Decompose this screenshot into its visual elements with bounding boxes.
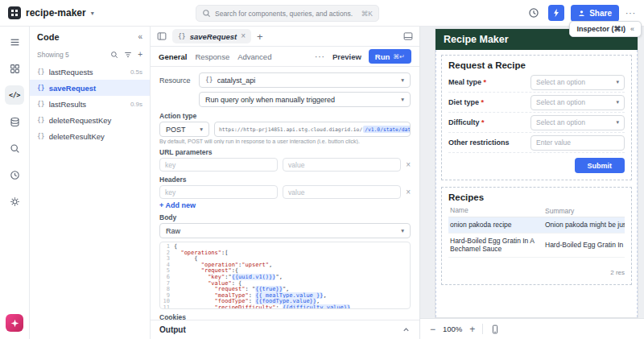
add-query-icon[interactable]: + [138, 50, 142, 59]
run-trigger-select[interactable]: Run query only when manually triggered ▾ [199, 92, 411, 107]
action-type-label: Action type [159, 112, 411, 120]
recipes-card: Recipes NameSummary onion pakoda recipeO… [441, 187, 632, 285]
chevron-down-icon: ▾ [401, 227, 404, 234]
preview-button[interactable]: Preview [332, 52, 361, 61]
body-mode-select[interactable]: Raw ▾ [159, 223, 411, 238]
line-number: 11 [160, 305, 174, 309]
table-body: onion pakoda recipeOnion pakoda might be… [448, 217, 625, 258]
query-name: deleteResultKey [49, 132, 138, 141]
filter-icon[interactable] [124, 51, 132, 59]
query-tab-saverequest[interactable]: {} saveRequest × [172, 29, 251, 43]
editor-toolbar: GeneralResponseAdvanced ··· Preview Run⌘… [151, 47, 419, 67]
menu-icon[interactable] [5, 32, 24, 52]
search-icon[interactable] [110, 51, 118, 59]
tab-general[interactable]: General [159, 52, 187, 61]
app-canvas: Recipe Maker Request a Recipe Meal type … [436, 29, 638, 317]
output-bar[interactable]: Output [151, 320, 419, 339]
divider [482, 324, 483, 334]
search-icon[interactable] [5, 138, 24, 158]
settings-gear-icon[interactable] [5, 192, 24, 211]
recipe-row[interactable]: onion pakoda recipeOnion pakoda might be… [448, 217, 625, 234]
run-button[interactable]: Run⌘↵ [369, 49, 411, 64]
history-icon[interactable] [526, 5, 542, 21]
query-item-saveRequest[interactable]: {}saveRequest [30, 80, 150, 96]
query-name: saveRequest [49, 84, 138, 93]
new-tab-icon[interactable]: + [257, 31, 263, 42]
url-path-template: /v1.0/state/database/transaction [363, 126, 411, 133]
zoom-in-icon[interactable]: + [469, 325, 475, 334]
url-param-value-input[interactable]: value [283, 158, 401, 172]
more-menu-icon[interactable]: ··· [625, 9, 636, 18]
lightning-icon[interactable] [548, 5, 564, 21]
search-shortcut: ⌘K [361, 10, 373, 18]
braces-icon: {} [37, 68, 45, 76]
search-icon [202, 9, 211, 18]
remove-row-icon[interactable]: × [406, 188, 411, 196]
request-form-card: Request a Recipe Meal type *Select an op… [441, 55, 632, 180]
field-label: Other restrictions [448, 138, 530, 147]
chevron-up-icon[interactable] [402, 325, 411, 334]
query-item-lastRequests[interactable]: {}lastRequests0.5s [30, 64, 150, 80]
query-editor: {} saveRequest × + GeneralResponseAdvanc… [151, 27, 419, 339]
collapse-panel-icon[interactable]: « [138, 32, 142, 41]
showing-count: Showing 5 [37, 51, 105, 59]
form-rows: Meal type *Select an option▾Diet type *S… [448, 72, 625, 153]
mobile-preview-icon[interactable] [490, 325, 500, 334]
components-icon[interactable] [5, 59, 24, 78]
header-key-input[interactable]: key [159, 185, 278, 199]
braces-icon: {} [37, 117, 45, 124]
zoom-out-icon[interactable]: − [430, 325, 436, 334]
topbar-left: recipe-maker ▾ [0, 6, 94, 19]
body-code-editor[interactable]: 1{2 "operations":[3 {4 "operation":"upse… [159, 242, 411, 309]
recipe-row[interactable]: Hard-Boiled Egg Gratin In A Bechamel Sau… [448, 234, 625, 258]
other-restrictions-input[interactable]: Enter value [530, 135, 625, 151]
code-panel-subheader: Showing 5 + [30, 47, 150, 62]
form-field-row: Meal type *Select an option▾ [448, 72, 625, 93]
chevron-down-icon: ▾ [616, 99, 619, 105]
header-value-input[interactable]: value [283, 185, 401, 199]
difficulty-select[interactable]: Select an option▾ [530, 115, 625, 130]
ai-assistant-icon[interactable] [6, 314, 23, 332]
braces-icon: {} [37, 85, 45, 92]
column-header-summary: Summary [542, 207, 625, 215]
debug-clock-icon[interactable] [5, 165, 24, 184]
query-name: lastResults [49, 100, 126, 109]
chevron-down-icon[interactable]: ▾ [91, 10, 94, 17]
query-item-deleteRequestKey[interactable]: {}deleteRequestKey [30, 112, 150, 128]
more-options-icon[interactable]: ··· [315, 52, 325, 61]
share-button[interactable]: Share [571, 5, 619, 22]
add-new-link[interactable]: + Add new [159, 201, 196, 209]
field-label: Difficulty * [448, 118, 530, 126]
recipes-title: Recipes [448, 192, 625, 202]
diet-type-select[interactable]: Select an option▾ [530, 95, 625, 110]
query-item-lastResults[interactable]: {}lastResults0.9s [30, 96, 150, 112]
panel-bottom-icon[interactable] [403, 31, 413, 41]
remove-row-icon[interactable]: × [406, 161, 411, 169]
tab-advanced[interactable]: Advanced [237, 52, 271, 61]
output-label: Output [159, 325, 402, 334]
code-icon[interactable]: </> [5, 85, 24, 105]
tab-response[interactable]: Response [195, 52, 229, 61]
meal-type-select[interactable]: Select an option▾ [530, 75, 625, 90]
method-select[interactable]: POST ▾ [159, 122, 209, 137]
editor-toolbar-right: ··· Preview Run⌘↵ [315, 49, 411, 64]
placeholder-text: Select an option [536, 118, 616, 126]
app-title[interactable]: recipe-maker [26, 7, 86, 19]
database-icon[interactable] [5, 112, 24, 131]
omnibar-search[interactable]: Search for components, queries, and acti… [196, 5, 379, 22]
panel-left-icon[interactable] [157, 31, 167, 41]
resource-select[interactable]: {} catalyst_api ▾ [199, 72, 411, 88]
url-param-key-input[interactable]: key [159, 158, 278, 172]
retool-logo-icon[interactable] [8, 6, 21, 19]
cookies-label: Cookies [159, 313, 411, 320]
url-input[interactable]: https://http-prj14851.api.stg.cloud.diag… [214, 122, 411, 137]
submit-button[interactable]: Submit [575, 158, 625, 173]
editor-content: Resource {} catalyst_api ▾ Run query onl… [151, 67, 419, 320]
code-line: 11 "recipeDifficulty": {{difficulty.valu… [160, 305, 410, 309]
canvas-bottom-bar: − 100% + [420, 318, 644, 339]
recipe-summary-cell: Onion pakoda might be just the side di [542, 221, 625, 229]
inspector-button[interactable]: Inspector (⌘I) « [569, 21, 642, 37]
query-item-deleteResultKey[interactable]: {}deleteResultKey [30, 128, 150, 144]
topbar-right: Share ··· [526, 5, 644, 22]
close-tab-icon[interactable]: × [241, 32, 246, 40]
